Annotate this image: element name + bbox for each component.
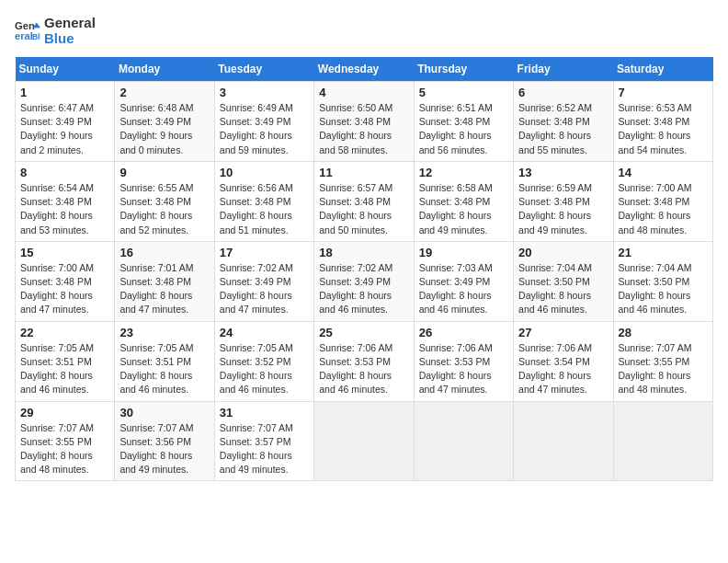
calendar-cell: 26 Sunrise: 7:06 AM Sunset: 3:53 PM Dayl… bbox=[414, 321, 513, 401]
weekday-header-row: SundayMondayTuesdayWednesdayThursdayFrid… bbox=[16, 57, 713, 82]
day-info: Sunrise: 7:00 AM Sunset: 3:48 PM Dayligh… bbox=[619, 181, 708, 237]
calendar-cell bbox=[314, 401, 414, 481]
weekday-header-sunday: Sunday bbox=[16, 57, 115, 82]
calendar-week-4: 22 Sunrise: 7:05 AM Sunset: 3:51 PM Dayl… bbox=[16, 321, 713, 401]
day-number: 1 bbox=[20, 86, 109, 99]
calendar-cell: 17 Sunrise: 7:02 AM Sunset: 3:49 PM Dayl… bbox=[214, 241, 313, 321]
day-info: Sunrise: 7:07 AM Sunset: 3:57 PM Dayligh… bbox=[220, 421, 309, 477]
calendar-cell: 11 Sunrise: 6:57 AM Sunset: 3:48 PM Dayl… bbox=[314, 161, 414, 241]
calendar-week-1: 1 Sunrise: 6:47 AM Sunset: 3:49 PM Dayli… bbox=[16, 82, 713, 162]
day-info: Sunrise: 7:05 AM Sunset: 3:51 PM Dayligh… bbox=[20, 341, 109, 397]
calendar-cell bbox=[414, 401, 513, 481]
calendar-cell: 7 Sunrise: 6:53 AM Sunset: 3:48 PM Dayli… bbox=[613, 82, 712, 162]
calendar-cell: 2 Sunrise: 6:48 AM Sunset: 3:49 PM Dayli… bbox=[115, 82, 214, 162]
day-number: 18 bbox=[319, 246, 408, 259]
calendar-cell: 9 Sunrise: 6:55 AM Sunset: 3:48 PM Dayli… bbox=[115, 161, 214, 241]
day-number: 10 bbox=[220, 166, 309, 179]
day-number: 5 bbox=[419, 86, 508, 99]
day-number: 23 bbox=[119, 326, 209, 339]
calendar-cell bbox=[613, 401, 712, 481]
day-number: 3 bbox=[220, 86, 309, 99]
calendar-cell: 14 Sunrise: 7:00 AM Sunset: 3:48 PM Dayl… bbox=[613, 161, 712, 241]
calendar-cell: 10 Sunrise: 6:56 AM Sunset: 3:48 PM Dayl… bbox=[214, 161, 313, 241]
logo-icon: Gen eral Blue bbox=[15, 17, 40, 43]
calendar-cell: 8 Sunrise: 6:54 AM Sunset: 3:48 PM Dayli… bbox=[16, 161, 115, 241]
calendar-cell: 1 Sunrise: 6:47 AM Sunset: 3:49 PM Dayli… bbox=[16, 82, 115, 162]
day-info: Sunrise: 6:52 AM Sunset: 3:48 PM Dayligh… bbox=[518, 101, 608, 157]
calendar-cell: 22 Sunrise: 7:05 AM Sunset: 3:51 PM Dayl… bbox=[16, 321, 115, 401]
calendar-cell bbox=[514, 401, 613, 481]
calendar-cell: 27 Sunrise: 7:06 AM Sunset: 3:54 PM Dayl… bbox=[514, 321, 613, 401]
calendar-week-3: 15 Sunrise: 7:00 AM Sunset: 3:48 PM Dayl… bbox=[16, 241, 713, 321]
calendar-cell: 4 Sunrise: 6:50 AM Sunset: 3:48 PM Dayli… bbox=[314, 82, 414, 162]
day-info: Sunrise: 6:57 AM Sunset: 3:48 PM Dayligh… bbox=[319, 181, 408, 237]
day-number: 17 bbox=[220, 246, 309, 259]
day-info: Sunrise: 7:07 AM Sunset: 3:55 PM Dayligh… bbox=[20, 421, 109, 477]
day-info: Sunrise: 7:00 AM Sunset: 3:48 PM Dayligh… bbox=[20, 261, 109, 317]
day-info: Sunrise: 7:02 AM Sunset: 3:49 PM Dayligh… bbox=[319, 261, 408, 317]
logo-text-blue: Blue bbox=[44, 30, 96, 46]
day-number: 25 bbox=[319, 326, 408, 339]
day-number: 29 bbox=[20, 406, 109, 419]
day-number: 19 bbox=[419, 246, 508, 259]
day-number: 28 bbox=[619, 326, 708, 339]
calendar-cell: 16 Sunrise: 7:01 AM Sunset: 3:48 PM Dayl… bbox=[115, 241, 214, 321]
calendar-cell: 19 Sunrise: 7:03 AM Sunset: 3:49 PM Dayl… bbox=[414, 241, 513, 321]
calendar-cell: 21 Sunrise: 7:04 AM Sunset: 3:50 PM Dayl… bbox=[613, 241, 712, 321]
calendar-cell: 5 Sunrise: 6:51 AM Sunset: 3:48 PM Dayli… bbox=[414, 82, 513, 162]
day-info: Sunrise: 6:56 AM Sunset: 3:48 PM Dayligh… bbox=[220, 181, 309, 237]
day-number: 9 bbox=[119, 166, 209, 179]
day-info: Sunrise: 7:03 AM Sunset: 3:49 PM Dayligh… bbox=[419, 261, 508, 317]
day-number: 24 bbox=[220, 326, 309, 339]
day-info: Sunrise: 7:06 AM Sunset: 3:53 PM Dayligh… bbox=[419, 341, 508, 397]
calendar-cell: 20 Sunrise: 7:04 AM Sunset: 3:50 PM Dayl… bbox=[514, 241, 613, 321]
calendar-cell: 28 Sunrise: 7:07 AM Sunset: 3:55 PM Dayl… bbox=[613, 321, 712, 401]
weekday-header-thursday: Thursday bbox=[414, 57, 513, 82]
svg-text:Gen: Gen bbox=[15, 20, 35, 31]
day-info: Sunrise: 6:48 AM Sunset: 3:49 PM Dayligh… bbox=[119, 101, 209, 157]
day-info: Sunrise: 7:07 AM Sunset: 3:55 PM Dayligh… bbox=[619, 341, 708, 397]
calendar-cell: 6 Sunrise: 6:52 AM Sunset: 3:48 PM Dayli… bbox=[514, 82, 613, 162]
calendar-cell: 31 Sunrise: 7:07 AM Sunset: 3:57 PM Dayl… bbox=[214, 401, 313, 481]
weekday-header-wednesday: Wednesday bbox=[314, 57, 414, 82]
calendar-cell: 30 Sunrise: 7:07 AM Sunset: 3:56 PM Dayl… bbox=[115, 401, 214, 481]
page-header: Gen eral Blue General Blue bbox=[15, 15, 713, 46]
day-info: Sunrise: 7:06 AM Sunset: 3:54 PM Dayligh… bbox=[518, 341, 608, 397]
svg-text:Blue: Blue bbox=[32, 32, 40, 41]
day-number: 26 bbox=[419, 326, 508, 339]
day-info: Sunrise: 6:53 AM Sunset: 3:48 PM Dayligh… bbox=[619, 101, 708, 157]
calendar-cell: 3 Sunrise: 6:49 AM Sunset: 3:49 PM Dayli… bbox=[214, 82, 313, 162]
calendar-table: SundayMondayTuesdayWednesdayThursdayFrid… bbox=[15, 57, 713, 481]
day-number: 27 bbox=[518, 326, 608, 339]
day-number: 16 bbox=[119, 246, 209, 259]
day-number: 21 bbox=[619, 246, 708, 259]
day-info: Sunrise: 7:05 AM Sunset: 3:52 PM Dayligh… bbox=[220, 341, 309, 397]
day-info: Sunrise: 6:51 AM Sunset: 3:48 PM Dayligh… bbox=[419, 101, 508, 157]
calendar-week-5: 29 Sunrise: 7:07 AM Sunset: 3:55 PM Dayl… bbox=[16, 401, 713, 481]
day-number: 12 bbox=[419, 166, 508, 179]
day-info: Sunrise: 6:54 AM Sunset: 3:48 PM Dayligh… bbox=[20, 181, 109, 237]
day-info: Sunrise: 7:02 AM Sunset: 3:49 PM Dayligh… bbox=[220, 261, 309, 317]
day-info: Sunrise: 6:50 AM Sunset: 3:48 PM Dayligh… bbox=[319, 101, 408, 157]
day-info: Sunrise: 7:04 AM Sunset: 3:50 PM Dayligh… bbox=[619, 261, 708, 317]
weekday-header-tuesday: Tuesday bbox=[214, 57, 313, 82]
logo-text-general: General bbox=[44, 15, 96, 30]
day-info: Sunrise: 6:59 AM Sunset: 3:48 PM Dayligh… bbox=[518, 181, 608, 237]
calendar-cell: 12 Sunrise: 6:58 AM Sunset: 3:48 PM Dayl… bbox=[414, 161, 513, 241]
day-info: Sunrise: 6:55 AM Sunset: 3:48 PM Dayligh… bbox=[119, 181, 209, 237]
weekday-header-saturday: Saturday bbox=[613, 57, 712, 82]
calendar-cell: 29 Sunrise: 7:07 AM Sunset: 3:55 PM Dayl… bbox=[16, 401, 115, 481]
weekday-header-friday: Friday bbox=[514, 57, 613, 82]
day-number: 2 bbox=[119, 86, 209, 99]
day-number: 14 bbox=[619, 166, 708, 179]
day-info: Sunrise: 6:47 AM Sunset: 3:49 PM Dayligh… bbox=[20, 101, 109, 157]
day-number: 6 bbox=[518, 86, 608, 99]
day-info: Sunrise: 6:49 AM Sunset: 3:49 PM Dayligh… bbox=[220, 101, 309, 157]
day-number: 7 bbox=[619, 86, 708, 99]
day-number: 11 bbox=[319, 166, 408, 179]
day-number: 20 bbox=[518, 246, 608, 259]
day-number: 13 bbox=[518, 166, 608, 179]
calendar-body: 1 Sunrise: 6:47 AM Sunset: 3:49 PM Dayli… bbox=[16, 82, 713, 481]
day-number: 8 bbox=[20, 166, 109, 179]
calendar-cell: 18 Sunrise: 7:02 AM Sunset: 3:49 PM Dayl… bbox=[314, 241, 414, 321]
